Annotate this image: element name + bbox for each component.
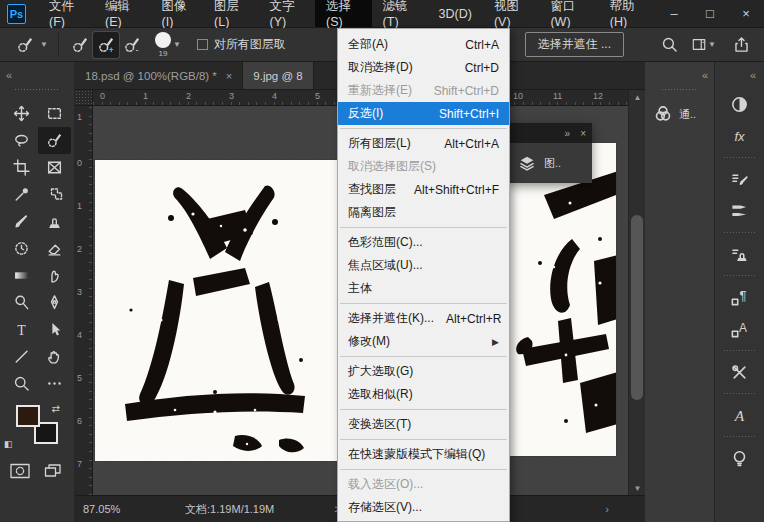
select-and-mask-button[interactable]: 选择并遮住 ... xyxy=(525,32,624,57)
pen-tool[interactable] xyxy=(38,289,71,316)
scroll-down-icon[interactable]: ▼ xyxy=(629,481,645,495)
vertical-scrollbar[interactable]: ▲ ▼ xyxy=(628,90,645,495)
new-selection-mode[interactable] xyxy=(67,32,93,58)
document-canvas-right[interactable] xyxy=(510,143,616,456)
menu-编辑(E)[interactable]: 编辑(E) xyxy=(94,0,151,27)
close-tab-icon[interactable]: × xyxy=(226,70,232,82)
menu-滤镜(T)[interactable]: 滤镜(T) xyxy=(372,0,428,27)
collapse-strip-icon[interactable]: « xyxy=(750,69,756,81)
menu-item-反选(I)[interactable]: 反选(I)Shift+Ctrl+I xyxy=(338,102,509,125)
drag-grip[interactable] xyxy=(723,347,756,354)
clone-stamp-tool[interactable] xyxy=(38,208,71,235)
drag-grip[interactable] xyxy=(723,390,756,397)
subtract-from-selection-mode[interactable]: - xyxy=(119,32,145,58)
frame-tool[interactable] xyxy=(38,154,71,181)
eraser-tool[interactable] xyxy=(38,235,71,262)
zoom-tool[interactable] xyxy=(5,370,38,397)
scroll-up-icon[interactable]: ▲ xyxy=(629,90,645,104)
tools-panel-header[interactable]: « xyxy=(0,62,74,88)
healing-brush-tool[interactable] xyxy=(38,181,71,208)
character-panel-panel-button[interactable]: A xyxy=(715,313,764,345)
clone-source-panel-button[interactable] xyxy=(715,238,764,270)
menu-视图(V)[interactable]: 视图(V) xyxy=(483,0,540,27)
menu-图层(L)[interactable]: 图层(L) xyxy=(203,0,258,27)
path-selection-tool[interactable] xyxy=(38,316,71,343)
sample-all-layers-checkbox[interactable] xyxy=(197,39,208,50)
line-tool[interactable] xyxy=(5,343,38,370)
close-button[interactable]: × xyxy=(728,0,764,27)
menu-item-变换选区(T)[interactable]: 变换选区(T) xyxy=(338,413,509,436)
drag-grip[interactable] xyxy=(723,272,756,279)
document-canvas[interactable] xyxy=(95,160,337,461)
menu-3D(D)[interactable]: 3D(D) xyxy=(428,0,483,27)
tool-preset-picker[interactable]: ▼ xyxy=(12,32,50,58)
dodge-tool[interactable] xyxy=(5,289,38,316)
adjustments-panel-button[interactable] xyxy=(715,88,764,120)
drag-grip[interactable] xyxy=(723,154,756,161)
paragraph-panel-panel-button[interactable]: ¶ xyxy=(715,281,764,313)
marquee-tool[interactable] xyxy=(38,100,71,127)
type-tool[interactable]: T xyxy=(5,316,38,343)
smudge-tool[interactable] xyxy=(38,262,71,289)
brush-tool[interactable] xyxy=(5,208,38,235)
menu-帮助(H)[interactable]: 帮助(H) xyxy=(599,0,656,27)
vertical-ruler[interactable]: 1012345678 xyxy=(75,106,93,495)
drag-grip[interactable] xyxy=(661,88,698,92)
menu-item-在快速蒙版模式下编辑(Q)[interactable]: 在快速蒙版模式下编辑(Q) xyxy=(338,443,509,466)
move-tool[interactable] xyxy=(5,100,38,127)
menu-item-色彩范围(C)...[interactable]: 色彩范围(C)... xyxy=(338,231,509,254)
drag-grip[interactable] xyxy=(14,88,60,92)
workspace-switcher-icon[interactable]: ▼ xyxy=(692,32,718,58)
share-icon[interactable] xyxy=(728,32,754,58)
eyedropper-tool[interactable] xyxy=(5,181,38,208)
channels-panel-button[interactable]: 通.. xyxy=(645,96,714,132)
brush-size-picker[interactable]: 19 xyxy=(155,32,171,58)
menu-item-扩大选取(G)[interactable]: 扩大选取(G) xyxy=(338,360,509,383)
collapse-panel-icon[interactable]: « xyxy=(6,69,12,81)
menu-item-全部(A)[interactable]: 全部(A)Ctrl+A xyxy=(338,33,509,56)
drag-grip[interactable] xyxy=(723,433,756,440)
ruler-origin-box[interactable] xyxy=(75,90,93,106)
learn-panel-button[interactable] xyxy=(715,442,764,474)
fx-panel-button[interactable]: fx xyxy=(715,120,764,152)
glyphs-panel-button[interactable]: A xyxy=(715,399,764,431)
document-tab[interactable]: 9.jpg @ 8 xyxy=(243,62,313,89)
menu-item-取消选择(D)[interactable]: 取消选择(D)Ctrl+D xyxy=(338,56,509,79)
document-tab[interactable]: 18.psd @ 100%(RGB/8) *× xyxy=(75,62,243,89)
foreground-color-swatch[interactable] xyxy=(16,405,40,427)
scroll-right-icon[interactable]: › xyxy=(605,503,609,515)
menu-文件(F)[interactable]: 文件(F) xyxy=(38,0,94,27)
menu-窗口(W)[interactable]: 窗口(W) xyxy=(539,0,598,27)
screen-mode-button[interactable] xyxy=(44,463,62,483)
brush-settings-panel-button[interactable] xyxy=(715,163,764,195)
edit-toolbar-button[interactable] xyxy=(38,370,71,397)
menu-item-存储选区(V)...[interactable]: 存储选区(V)... xyxy=(338,496,509,519)
tool-presets-panel-button[interactable] xyxy=(715,356,764,388)
close-panel-icon[interactable]: × xyxy=(580,128,586,139)
swap-colors-icon[interactable]: ⇄ xyxy=(52,403,60,414)
expand-panel-icon[interactable]: » xyxy=(565,128,571,139)
menu-item-所有图层(L)[interactable]: 所有图层(L)Alt+Ctrl+A xyxy=(338,132,509,155)
zoom-level-field[interactable]: 87.05% xyxy=(83,503,139,515)
history-brush-tool[interactable] xyxy=(5,235,38,262)
add-to-selection-mode[interactable]: + xyxy=(93,32,119,58)
menu-文字(Y)[interactable]: 文字(Y) xyxy=(258,0,315,27)
search-icon[interactable] xyxy=(656,32,682,58)
minimize-button[interactable]: – xyxy=(656,0,692,27)
menu-item-主体[interactable]: 主体 xyxy=(338,277,509,300)
menu-item-修改(M)[interactable]: 修改(M)▶ xyxy=(338,330,509,353)
menu-item-选取相似(R)[interactable]: 选取相似(R) xyxy=(338,383,509,406)
gradient-tool[interactable] xyxy=(5,262,38,289)
scrollbar-thumb[interactable] xyxy=(631,215,643,400)
default-colors-icon[interactable]: ◧ xyxy=(4,439,13,449)
menu-item-查找图层[interactable]: 查找图层Alt+Shift+Ctrl+F xyxy=(338,178,509,201)
menu-item-焦点区域(U)...[interactable]: 焦点区域(U)... xyxy=(338,254,509,277)
drag-grip[interactable] xyxy=(723,229,756,236)
menu-item-隔离图层[interactable]: 隔离图层 xyxy=(338,201,509,224)
quick-selection-tool[interactable] xyxy=(38,127,71,154)
quick-mask-mode-button[interactable] xyxy=(10,463,30,483)
brushes-panel-button[interactable] xyxy=(715,195,764,227)
collapse-dock-icon[interactable]: « xyxy=(702,69,708,81)
hand-tool[interactable] xyxy=(38,343,71,370)
maximize-button[interactable]: □ xyxy=(692,0,728,27)
